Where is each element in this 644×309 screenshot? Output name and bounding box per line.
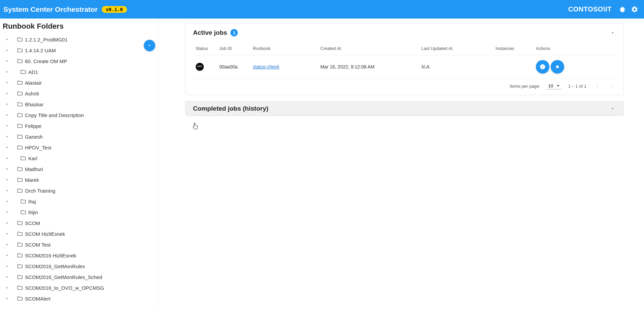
tenant-label: CONTOSO\IT — [568, 5, 612, 13]
tree-item-label: SCOM — [25, 220, 40, 226]
tree-item-label: Karl — [28, 156, 37, 161]
chevron-right-icon[interactable] — [4, 198, 10, 204]
tree-item[interactable]: Madhuri — [1, 164, 158, 174]
chevron-right-icon[interactable] — [4, 47, 10, 53]
chevron-right-icon[interactable] — [4, 252, 10, 258]
info-button[interactable] — [536, 60, 549, 74]
chevron-right-icon[interactable] — [4, 134, 10, 140]
column-header: Instances — [493, 40, 533, 55]
folder-icon — [20, 69, 26, 75]
tree-item[interactable]: Ganesh — [1, 131, 158, 142]
chevron-right-icon[interactable] — [4, 58, 10, 64]
folder-icon — [17, 296, 23, 302]
sidebar-collapse-button[interactable] — [144, 40, 155, 51]
completed-jobs-title: Completed jobs (history) — [193, 105, 268, 112]
folder-tree[interactable]: 1.2.1.2_ProdMG011.4.14.2 UAM60. Create O… — [0, 33, 158, 309]
tree-item-label: 1.4.14.2 UAM — [25, 48, 56, 53]
folder-icon — [20, 155, 26, 161]
chevron-right-icon[interactable] — [4, 242, 10, 248]
sidebar: Runbook Folders 1.2.1.2_ProdMG011.4.14.2… — [0, 19, 158, 309]
tree-item[interactable]: Orch Training — [1, 185, 158, 196]
tree-item[interactable]: Karl — [1, 153, 158, 164]
chevron-right-icon[interactable] — [4, 144, 10, 150]
active-jobs-table: StatusJob IDRunbookCreated AtLast Update… — [193, 40, 616, 79]
column-header: Actions — [533, 40, 616, 55]
tree-item[interactable]: Rijin — [1, 207, 158, 218]
column-header: Last Updated At — [419, 40, 493, 55]
runbook-link[interactable]: status-check — [253, 64, 280, 69]
tree-item-label: Copy Title and Description — [25, 112, 84, 118]
brand-title: System Center Orchestrator — [3, 5, 98, 13]
job-id-cell: 00aa00a — [217, 55, 250, 79]
actions-cell — [533, 55, 616, 79]
tree-item[interactable]: Bhaskar — [1, 99, 158, 110]
paginator: Items per page: 10 1 – 1 of 1 — [193, 79, 616, 91]
bug-icon[interactable] — [618, 5, 626, 13]
tree-item[interactable]: AD1 — [1, 66, 158, 77]
tree-item[interactable]: SCOM — [1, 218, 158, 228]
items-per-page-select[interactable]: 10 — [547, 83, 561, 89]
last-updated-cell: N.A. — [419, 55, 493, 79]
tree-item[interactable]: 60. Create OM MP — [1, 56, 158, 66]
completed-jobs-panel: Completed jobs (history) — [185, 101, 624, 116]
chevron-right-icon[interactable] — [4, 36, 10, 43]
tree-item[interactable]: HPOV_Test — [1, 142, 158, 153]
tree-item-label: SCOM Test — [25, 242, 51, 248]
instances-cell — [493, 55, 533, 79]
chevron-right-icon[interactable] — [4, 285, 10, 291]
folder-icon — [17, 80, 23, 86]
chevron-right-icon[interactable] — [4, 69, 10, 75]
tree-item[interactable]: 1.2.1.2_ProdMG01 — [1, 34, 158, 45]
tree-item-label: SCOM2016 HizliEsnek — [25, 253, 76, 258]
tree-item[interactable]: Marek — [1, 174, 158, 185]
chevron-right-icon[interactable] — [4, 231, 10, 237]
tree-item[interactable]: Copy Title and Description — [1, 110, 158, 120]
tree-item[interactable]: Raj — [1, 196, 158, 207]
folder-icon — [17, 188, 23, 194]
chevron-right-icon[interactable] — [4, 112, 10, 118]
tree-item[interactable]: SCOM2016_GetMonRules — [1, 261, 158, 272]
folder-icon — [17, 36, 23, 43]
chevron-right-icon[interactable] — [4, 209, 10, 215]
active-jobs-header[interactable]: Active jobs 1 — [186, 24, 623, 40]
tree-item[interactable]: Felippe — [1, 120, 158, 131]
chevron-right-icon[interactable] — [4, 296, 10, 302]
chevron-right-icon[interactable] — [4, 80, 10, 86]
tree-item[interactable]: Alastair — [1, 77, 158, 88]
folder-icon — [17, 134, 23, 140]
tree-item[interactable]: SCOM Test — [1, 239, 158, 250]
tree-item[interactable]: SCOM HizliEsnek — [1, 228, 158, 239]
chevron-right-icon[interactable] — [4, 274, 10, 280]
folder-icon — [17, 252, 23, 258]
tree-item-label: Madhuri — [25, 166, 43, 172]
completed-jobs-header[interactable]: Completed jobs (history) — [186, 102, 623, 116]
folder-icon — [17, 58, 23, 64]
folder-icon — [17, 112, 23, 118]
prev-page-button[interactable] — [593, 82, 601, 90]
tree-item[interactable]: 1.4.14.2 UAM — [1, 45, 158, 56]
chevron-right-icon[interactable] — [4, 188, 10, 194]
chevron-right-icon[interactable] — [4, 90, 10, 96]
chevron-right-icon[interactable] — [4, 263, 10, 269]
chevron-right-icon[interactable] — [4, 155, 10, 161]
folder-icon — [17, 166, 23, 172]
chevron-right-icon[interactable] — [4, 101, 10, 107]
tree-item[interactable]: SCOM2016 HizliEsnek — [1, 250, 158, 261]
chevron-right-icon[interactable] — [4, 220, 10, 226]
next-page-button[interactable] — [608, 82, 616, 90]
sidebar-title: Runbook Folders — [0, 19, 158, 33]
tree-item-label: SCOMAlert — [25, 296, 51, 302]
tree-item-label: 1.2.1.2_ProdMG01 — [25, 37, 68, 43]
page-range-label: 1 – 1 of 1 — [568, 84, 586, 89]
tree-item[interactable]: SCOM2016_GetMonRules_Sched — [1, 272, 158, 282]
stop-button[interactable] — [551, 60, 564, 74]
tree-item-label: Marek — [25, 177, 39, 183]
tree-item[interactable]: SCOMAlert — [1, 293, 158, 304]
folder-icon — [17, 90, 23, 96]
chevron-right-icon[interactable] — [4, 166, 10, 172]
gear-icon[interactable] — [631, 5, 639, 13]
chevron-right-icon[interactable] — [4, 177, 10, 183]
tree-item[interactable]: SCOM2016_to_OVO_w_OPCMSG — [1, 282, 158, 293]
chevron-right-icon[interactable] — [4, 123, 10, 129]
tree-item[interactable]: Ashriti — [1, 88, 158, 99]
